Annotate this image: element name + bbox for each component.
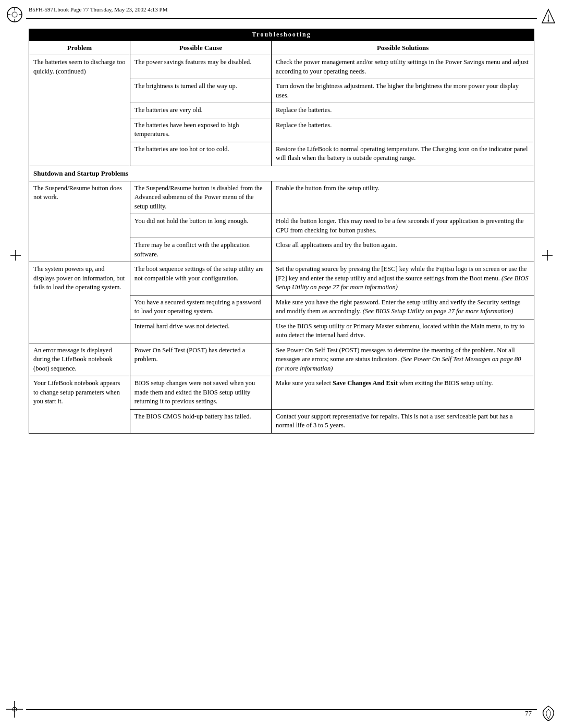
cell-cause: BIOS setup changes were not saved when y… (130, 376, 271, 410)
svg-point-8 (548, 20, 549, 22)
cell-solution: Make sure you select Save Changes And Ex… (272, 376, 534, 410)
cell-solution: Set the operating source by pressing the… (272, 262, 534, 295)
header-cause: Possible Cause (130, 41, 271, 55)
cell-cause: The batteries are too hot or too cold. (130, 142, 271, 166)
cell-cause: You did not hold the button in long enou… (130, 214, 271, 238)
table-row: The Suspend/Resume button does not work.… (29, 181, 534, 214)
cell-solution: Use the BIOS setup utility or Primary Ma… (272, 319, 534, 343)
right-cross-mid (542, 250, 553, 263)
cell-cause: Power On Self Test (POST) has detected a… (130, 343, 271, 376)
main-content: Troubleshooting Problem Possible Cause P… (29, 29, 534, 699)
corner-tr (536, 6, 557, 27)
cell-solution: Close all applications and try the butto… (272, 238, 534, 262)
cell-solution: Check the power management and/or setup … (272, 55, 534, 79)
top-border (26, 18, 537, 19)
cell-solution: Replace the batteries. (272, 118, 534, 142)
cell-cause: You have a secured system requiring a pa… (130, 295, 271, 319)
cell-problem: The system powers up, and displays power… (29, 262, 130, 343)
cell-cause: The boot sequence settings of the setup … (130, 262, 271, 295)
cell-solution: Turn down the brightness adjustment. The… (272, 79, 534, 103)
cell-problem: An error message is displayed during the… (29, 343, 130, 376)
table-row: An error message is displayed during the… (29, 343, 534, 376)
corner-bl (6, 701, 27, 722)
section-header-text: Shutdown and Startup Problems (33, 169, 128, 177)
italic-text: (See Power On Self Test Messages on page… (276, 355, 521, 372)
svg-point-1 (12, 12, 17, 17)
cell-solution: See Power On Self Test (POST) messages t… (272, 343, 534, 376)
cell-cause: The Suspend/Resume button is disabled fr… (130, 181, 271, 214)
cell-cause: The brightness is turned all the way up. (130, 79, 271, 103)
table-row: The system powers up, and displays power… (29, 262, 534, 295)
corner-tl (6, 6, 27, 27)
cell-solution: Replace the batteries. (272, 103, 534, 118)
section-title: Troubleshooting (252, 31, 311, 38)
cell-problem: The batteries seem to discharge too quic… (29, 55, 130, 166)
cell-problem: The Suspend/Resume button does not work. (29, 181, 130, 262)
italic-text: (See BIOS Setup Utility on page 27 for m… (363, 307, 513, 315)
corner-br (536, 701, 557, 722)
cell-problem: Your LifeBook notebook appears to change… (29, 376, 130, 434)
cell-solution: Restore the LifeBook to normal operating… (272, 142, 534, 166)
italic-text: (See BIOS Setup Utility on page 27 for m… (276, 275, 529, 291)
bottom-border (26, 709, 537, 710)
section-header-row: Shutdown and Startup Problems (29, 166, 534, 181)
left-cross-mid (10, 250, 21, 263)
bold-text: Save Changes And Exit (333, 379, 398, 387)
section-title-bar: Troubleshooting (29, 29, 534, 41)
troubleshoot-table: Problem Possible Cause Possible Solution… (29, 41, 534, 434)
table-header-row: Problem Possible Cause Possible Solution… (29, 41, 534, 55)
table-row: Your LifeBook notebook appears to change… (29, 376, 534, 410)
section-header-cell: Shutdown and Startup Problems (29, 166, 534, 181)
cell-solution: Make sure you have the right password. E… (272, 295, 534, 319)
header-problem: Problem (29, 41, 130, 55)
cell-solution: Contact your support representative for … (272, 409, 534, 433)
cell-cause: There may be a conflict with the applica… (130, 238, 271, 262)
header-file-info: B5FH-5971.book Page 77 Thursday, May 23,… (29, 6, 167, 13)
cell-cause: The batteries are very old. (130, 103, 271, 118)
cell-cause: Internal hard drive was not detected. (130, 319, 271, 343)
cell-solution: Hold the button longer. This may need to… (272, 214, 534, 238)
cell-solution: Enable the button from the setup utility… (272, 181, 534, 214)
cell-cause: The batteries have been exposed to high … (130, 118, 271, 142)
cell-cause: The power savings features may be disabl… (130, 55, 271, 79)
page-header: B5FH-5971.book Page 77 Thursday, May 23,… (29, 6, 534, 13)
page-number: 77 (525, 709, 532, 718)
table-row: The batteries seem to discharge too quic… (29, 55, 534, 79)
cell-cause: The BIOS CMOS hold-up battery has failed… (130, 409, 271, 433)
header-solution: Possible Solutions (272, 41, 534, 55)
